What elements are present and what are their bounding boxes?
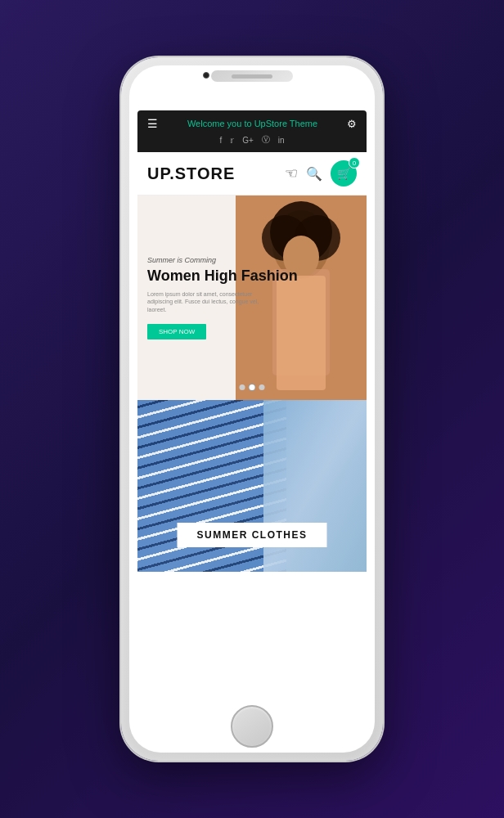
- home-button[interactable]: [231, 705, 273, 748]
- topbar: ☰ Welcome you to UpStore Theme ⚙ f 𝕣 G+ …: [137, 110, 367, 152]
- hero-description: Lorem ipsum dolor sit amet, consectetuer…: [147, 290, 262, 314]
- phone-screen: ☰ Welcome you to UpStore Theme ⚙ f 𝕣 G+ …: [137, 110, 367, 687]
- cart-badge: 0: [349, 157, 360, 169]
- topbar-main: ☰ Welcome you to UpStore Theme ⚙: [147, 117, 357, 130]
- logo-up: UP.: [147, 164, 175, 182]
- hamburger-icon[interactable]: ☰: [147, 117, 158, 130]
- phone-speaker: [232, 74, 272, 79]
- topbar-title: Welcome you to UpStore Theme: [187, 119, 317, 128]
- linkedin-icon[interactable]: in: [278, 136, 285, 145]
- dot-2[interactable]: [250, 384, 255, 390]
- nav-icons: ☜ 🔍 🛒 0: [285, 160, 357, 187]
- gear-icon[interactable]: ⚙: [347, 118, 357, 130]
- hero-dots: [240, 384, 265, 390]
- hero-title: Women High Fashion: [147, 267, 298, 285]
- phone-camera: [203, 72, 209, 79]
- dot-3[interactable]: [259, 384, 265, 390]
- navbar: UP.STORE ☜ 🔍 🛒 0: [137, 152, 367, 196]
- summer-section: SUMMER CLOTHES: [137, 400, 367, 572]
- phone-frame: ☰ Welcome you to UpStore Theme ⚙ f 𝕣 G+ …: [121, 57, 383, 761]
- hero-section: Summer is Comming Women High Fashion Lor…: [137, 196, 367, 400]
- hero-content: Summer is Comming Women High Fashion Lor…: [147, 256, 298, 339]
- logo-store: STORE: [175, 164, 236, 182]
- search-icon[interactable]: 🔍: [306, 166, 322, 182]
- phone-top-bar: [211, 70, 293, 82]
- phone-body: ☰ Welcome you to UpStore Theme ⚙ f 𝕣 G+ …: [129, 65, 375, 753]
- facebook-icon[interactable]: f: [219, 136, 222, 145]
- summer-label[interactable]: SUMMER CLOTHES: [178, 523, 327, 547]
- googleplus-icon[interactable]: G+: [242, 136, 254, 145]
- cart-button[interactable]: 🛒 0: [331, 160, 357, 187]
- hero-subtitle: Summer is Comming: [147, 256, 298, 264]
- dot-1[interactable]: [240, 384, 245, 390]
- topbar-social: f 𝕣 G+ Ⓥ in: [219, 134, 284, 146]
- instagram-icon[interactable]: Ⓥ: [262, 134, 270, 146]
- cursor-icon: ☜: [285, 164, 298, 182]
- site-logo[interactable]: UP.STORE: [147, 164, 235, 183]
- hero-shop-button[interactable]: SHOP NOW: [147, 324, 206, 339]
- cart-icon: 🛒: [337, 167, 351, 180]
- twitter-icon[interactable]: 𝕣: [230, 136, 234, 145]
